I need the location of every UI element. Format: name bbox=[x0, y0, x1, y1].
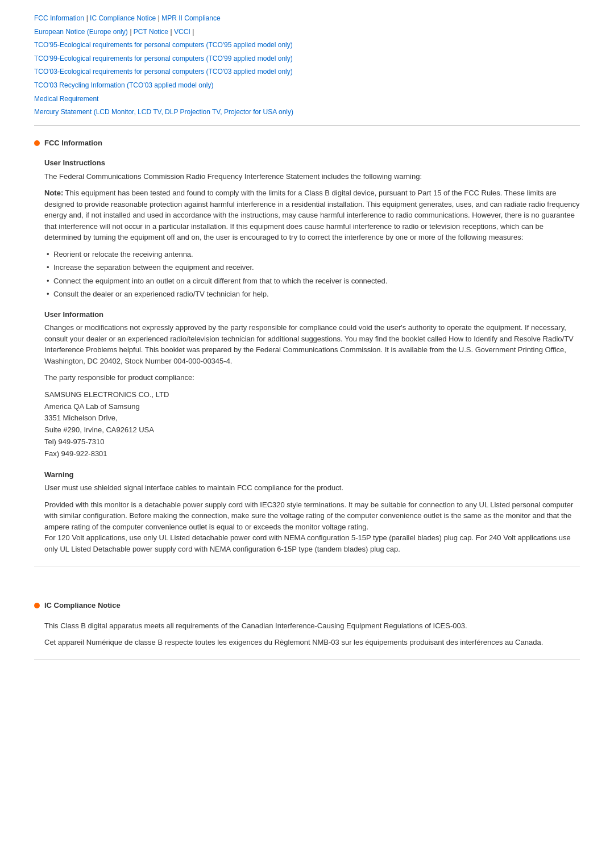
user-information-para1: Changes or modifications not expressly a… bbox=[44, 322, 580, 366]
ic-section-content: This Class B digital apparatus meets all… bbox=[34, 620, 580, 648]
nav-link-tco99[interactable]: TCO'99-Ecological requirements for perso… bbox=[34, 55, 293, 62]
nav-link-vcci[interactable]: VCCI bbox=[174, 28, 190, 36]
warning-title: Warning bbox=[44, 469, 580, 481]
note-label: Note: bbox=[44, 189, 63, 197]
ic-para1: This Class B digital apparatus meets all… bbox=[44, 620, 580, 632]
warning-para2: Provided with this monitor is a detachab… bbox=[44, 499, 580, 555]
user-instructions-title: User Instructions bbox=[44, 157, 580, 169]
note-text: This equipment has been tested and found… bbox=[44, 189, 579, 241]
nav-link-tco95[interactable]: TCO'95-Ecological requirements for perso… bbox=[34, 41, 293, 49]
nav-link-medical[interactable]: Medical Requirement bbox=[34, 95, 98, 103]
nav-link-pct[interactable]: PCT Notice bbox=[134, 28, 168, 36]
measures-list: Reorient or relocate the receiving anten… bbox=[44, 249, 580, 300]
list-item: Consult the dealer or an experienced rad… bbox=[44, 289, 580, 300]
fcc-section-header: FCC Information bbox=[34, 137, 580, 149]
navigation-links: FCC Information | IC Compliance Notice |… bbox=[34, 11, 580, 119]
ic-section-header: IC Compliance Notice bbox=[34, 600, 580, 611]
ic-section: IC Compliance Notice This Class B digita… bbox=[34, 600, 580, 648]
nav-link-tco03[interactable]: TCO'03-Ecological requirements for perso… bbox=[34, 68, 293, 76]
ic-bottom-divider bbox=[34, 660, 580, 660]
list-item: Increase the separation between the equi… bbox=[44, 262, 580, 273]
nav-link-ic[interactable]: IC Compliance Notice bbox=[90, 14, 156, 22]
nav-link-fcc[interactable]: FCC Information bbox=[34, 14, 84, 22]
list-item: Connect the equipment into an outlet on … bbox=[44, 276, 580, 287]
list-item: Reorient or relocate the receiving anten… bbox=[44, 249, 580, 260]
fcc-orange-dot bbox=[34, 140, 40, 146]
warning-para1: User must use shielded signal interface … bbox=[44, 482, 580, 494]
fcc-section: FCC Information User Instructions The Fe… bbox=[34, 137, 580, 554]
nav-link-tco03r[interactable]: TCO'03 Recycling Information (TCO'03 app… bbox=[34, 81, 213, 89]
top-divider bbox=[34, 126, 580, 126]
user-instructions-intro: The Federal Communications Commission Ra… bbox=[44, 171, 580, 182]
nav-link-mpr[interactable]: MPR II Compliance bbox=[161, 14, 220, 22]
nav-link-mercury[interactable]: Mercury Statement (LCD Monitor, LCD TV, … bbox=[34, 108, 293, 116]
ic-para2: Cet appareil Numérique de classe B respe… bbox=[44, 637, 580, 648]
ic-orange-dot bbox=[34, 603, 40, 608]
fcc-bottom-divider bbox=[34, 566, 580, 566]
ic-section-title: IC Compliance Notice bbox=[44, 600, 121, 611]
user-information-title: User Information bbox=[44, 309, 580, 320]
nav-link-european[interactable]: European Notice (Europe only) bbox=[34, 28, 128, 36]
fcc-section-content: User Instructions The Federal Communicat… bbox=[34, 157, 580, 554]
address-block: SAMSUNG ELECTRONICS CO., LTD America QA … bbox=[44, 389, 580, 460]
fcc-section-title: FCC Information bbox=[44, 137, 102, 149]
nav-sep-5: | bbox=[192, 28, 194, 36]
user-instructions-note: Note: This equipment has been tested and… bbox=[44, 187, 580, 243]
user-information-para2: The party responsible for product compli… bbox=[44, 372, 580, 383]
